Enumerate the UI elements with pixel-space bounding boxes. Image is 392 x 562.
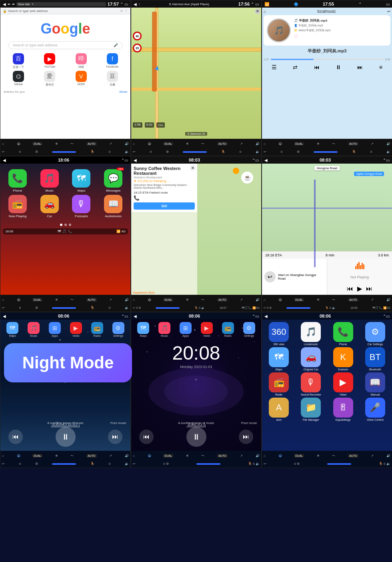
app-maps-night[interactable]: 🗺 Maps: [264, 347, 294, 371]
night-pause-btn[interactable]: ⏸: [56, 427, 76, 447]
sound-icon-s1[interactable]: 🔉: [125, 150, 129, 154]
home-btn-s6[interactable]: ⌂: [264, 298, 266, 302]
expand-icon-s7[interactable]: ⌃: [121, 314, 124, 318]
back-icon-s8[interactable]: ↩: [133, 462, 136, 466]
auto-btn-s8[interactable]: AUTO: [217, 454, 227, 458]
home-btn-s8[interactable]: ⌂: [133, 454, 135, 458]
home-btn-s1[interactable]: ⌂: [2, 142, 4, 146]
expand-icon-s1[interactable]: ⌃: [120, 2, 123, 6]
home-btn-s2[interactable]: ⌂: [133, 142, 135, 146]
night-prev-btn-2[interactable]: ⏮: [139, 430, 154, 444]
back-btn-s7[interactable]: ◀: [3, 314, 6, 318]
shuffle-btn[interactable]: ⇄: [293, 64, 298, 70]
vol-icon-s9[interactable]: 🔊: [386, 454, 390, 458]
app-podcasts[interactable]: 🎙 Podcasts: [67, 195, 96, 218]
menu-icon-s4[interactable]: ▭: [124, 158, 128, 162]
heart-icon[interactable]: ♡: [294, 34, 298, 40]
app-bluetooth[interactable]: BT Bluetooth: [360, 347, 390, 371]
taskbar-map-icon[interactable]: 🗺: [58, 230, 61, 233]
back-icon-s1[interactable]: ↩: [2, 150, 5, 154]
app-carsettings[interactable]: ⚙ Car Settings: [360, 322, 390, 346]
menu-icon-s7[interactable]: ▭: [124, 314, 128, 318]
back-btn-s5[interactable]: ◀: [134, 158, 137, 162]
home-btn-s7[interactable]: ⌂: [2, 454, 4, 458]
back-icon-s3[interactable]: ↩: [387, 9, 390, 14]
back-icon-s9[interactable]: ↩: [264, 462, 266, 466]
app-audiobooks[interactable]: 📖 Audiobooks: [98, 195, 128, 218]
back-btn-s4[interactable]: ◀: [3, 158, 6, 162]
dot-2[interactable]: [64, 224, 67, 226]
expand-icon-s9[interactable]: ⌃: [383, 314, 386, 318]
app-music[interactable]: 🎵 Music: [35, 169, 64, 192]
night-next-btn[interactable]: ⏭: [108, 430, 122, 444]
phone-icon-s5[interactable]: 📞: [134, 195, 140, 201]
temp-slider-s1[interactable]: [52, 151, 76, 153]
dual-btn-s8[interactable]: DUAL: [163, 454, 173, 458]
auto-btn-s9[interactable]: AUTO: [348, 454, 358, 458]
home-btn-s4[interactable]: ⌂: [2, 298, 4, 302]
home-icon-s3[interactable]: ⌂: [264, 9, 266, 14]
app-radio-night[interactable]: 📻 Radio: [264, 372, 294, 396]
app-car[interactable]: 🚗 Car: [35, 195, 64, 218]
temp-slider-s5[interactable]: [156, 307, 180, 309]
dual-btn-s5[interactable]: DUAL: [163, 298, 173, 302]
dual-btn-s4[interactable]: DUAL: [32, 298, 42, 302]
browser-address-bar[interactable]: 🔒 Search or type web address ☆ ⋮: [0, 8, 130, 14]
menu-icon-s9[interactable]: ▭: [386, 314, 390, 318]
dual-btn-s7[interactable]: DUAL: [32, 454, 42, 458]
dual-btn-s9[interactable]: DUAL: [294, 454, 304, 458]
vol-icon-s5[interactable]: 🔊: [256, 298, 260, 302]
more-icon[interactable]: ⋮: [124, 9, 128, 13]
voice-search-icon[interactable]: 🎤: [114, 43, 118, 47]
dual-btn-s2[interactable]: DUAL: [163, 142, 173, 146]
home-btn-s5[interactable]: ⌂: [133, 298, 135, 302]
back-icon-s2[interactable]: ↩: [133, 150, 136, 154]
auto-btn-s4[interactable]: AUTO: [86, 298, 96, 302]
shortcut-baidu[interactable]: 百 百度一下: [4, 53, 33, 69]
app-dspsettings[interactable]: 🎚 DspSettings: [328, 398, 358, 421]
fan-icon-s3[interactable]: ⚙: [297, 150, 300, 154]
sound-icon-s2[interactable]: 🔉: [256, 150, 260, 154]
power-btn-s7[interactable]: ⏻: [17, 454, 20, 458]
back-icon-s3[interactable]: ↩: [264, 150, 266, 154]
track2-label[interactable]: 半壶纱_刘珂矣.mp3: [298, 24, 323, 28]
vol-icon-s3[interactable]: 🔊: [386, 142, 390, 146]
progress-bar-area[interactable]: 1:27 3:42: [264, 56, 390, 62]
bookmark-icon[interactable]: ☆: [120, 9, 123, 13]
vol-icon-s4[interactable]: 🔊: [125, 298, 129, 302]
app-kuwooo[interactable]: K Kuwooo: [328, 347, 358, 371]
menu-icon-s8[interactable]: ▭: [255, 314, 259, 318]
app-video-night[interactable]: ▶ Video: [328, 372, 358, 396]
home-btn-s9[interactable]: ⌂: [264, 454, 266, 458]
temp-slider-s7[interactable]: [52, 463, 76, 465]
temp-slider-s8[interactable]: [196, 463, 220, 465]
back-btn-s8[interactable]: ◀: [134, 314, 137, 318]
dual-btn-s6[interactable]: DUAL: [294, 298, 304, 302]
back-btn-s6[interactable]: ◀: [264, 158, 268, 162]
night-app-video[interactable]: ▶ Vedio: [70, 322, 82, 337]
expand-icon-s8[interactable]: ⌃: [252, 314, 255, 318]
auto-btn-s5[interactable]: AUTO: [217, 298, 227, 302]
fan-icon-s2[interactable]: ⚙: [166, 150, 169, 154]
menu-icon-s3[interactable]: ▭: [386, 2, 390, 6]
app-filemanager[interactable]: 📁 File Manager: [296, 398, 326, 421]
expand-icon-s2[interactable]: ⌃: [251, 2, 254, 6]
shortcut-facebook[interactable]: f Facebook: [98, 53, 127, 69]
fan-icon-s4[interactable]: ⚙: [35, 306, 38, 310]
go-button[interactable]: GO: [134, 202, 195, 210]
temp-slider-s6[interactable]: [286, 307, 310, 309]
taskbar-phone-icon[interactable]: 📞: [68, 230, 72, 233]
fan-icon-s1[interactable]: ⚙: [35, 150, 38, 154]
menu-icon-s1[interactable]: ▭: [124, 2, 128, 6]
menu-icon-s2[interactable]: ▭: [255, 2, 259, 6]
expand-icon-s3[interactable]: ⌃: [358, 2, 362, 6]
auto-btn-s1[interactable]: AUTO: [86, 142, 96, 146]
dual-btn-s1[interactable]: DUAL: [32, 142, 42, 146]
night-app-maps[interactable]: 🗺 Maps: [6, 322, 18, 337]
power-btn-s6[interactable]: ⏻: [278, 298, 282, 302]
vol-icon-s8[interactable]: 🔊: [256, 454, 260, 458]
shortcut-veer[interactable]: V VEER: [66, 71, 96, 87]
app-maps[interactable]: 🗺 Maps: [67, 169, 96, 192]
equalizer-btn[interactable]: ≡: [379, 64, 382, 70]
shortcut-iqiyi[interactable]: 爱 爱奇艺: [35, 71, 64, 87]
